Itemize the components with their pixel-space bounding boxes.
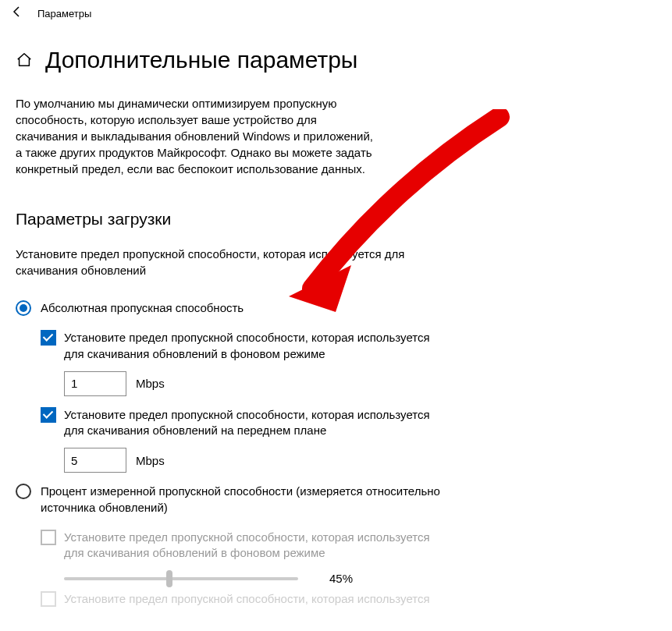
section-title: Параметры загрузки: [16, 210, 656, 229]
bg-limit-input[interactable]: [64, 371, 126, 396]
absolute-sub-block: Установите предел пропускной способности…: [41, 330, 656, 473]
radio-percent-label: Процент измеренной пропускной способност…: [41, 484, 462, 516]
radio-absolute-label: Абсолютная пропускная способность: [41, 300, 244, 316]
radio-absolute[interactable]: [16, 300, 31, 316]
checkbox-bg-label: Установите предел пропускной способности…: [64, 330, 439, 362]
check-row-pct-fg: Установите предел пропускной способности…: [41, 591, 656, 607]
titlebar: Параметры: [0, 0, 672, 27]
check-row-fg: Установите предел пропускной способности…: [41, 407, 656, 439]
checkbox-bg-limit[interactable]: [41, 330, 56, 346]
home-icon[interactable]: [16, 51, 33, 69]
check-row-pct-bg: Установите предел пропускной способности…: [41, 530, 656, 562]
radio-row-percent: Процент измеренной пропускной способност…: [16, 484, 656, 516]
input-row-fg: Mbps: [64, 448, 656, 473]
fg-limit-input[interactable]: [64, 448, 126, 473]
percent-sub-block: Установите предел пропускной способности…: [41, 530, 656, 608]
intro-text: По умолчанию мы динамически оптимизируем…: [16, 95, 375, 177]
content: Дополнительные параметры По умолчанию мы…: [0, 27, 672, 608]
checkbox-pct-fg-label: Установите предел пропускной способности…: [64, 591, 430, 607]
bg-unit-label: Mbps: [136, 377, 165, 390]
slider-bg-thumb: [166, 570, 172, 587]
slider-bg: [64, 577, 298, 580]
check-row-bg: Установите предел пропускной способности…: [41, 330, 656, 362]
checkbox-pct-bg: [41, 530, 56, 545]
input-row-bg: Mbps: [64, 371, 656, 396]
back-button[interactable]: [6, 5, 28, 21]
titlebar-label: Параметры: [37, 8, 91, 19]
radio-row-absolute: Абсолютная пропускная способность: [16, 300, 656, 316]
page-title: Дополнительные параметры: [45, 47, 357, 73]
checkbox-pct-bg-label: Установите предел пропускной способности…: [64, 530, 439, 562]
slider-bg-value: 45%: [329, 572, 353, 585]
section-desc: Установите предел пропускной способности…: [16, 246, 453, 278]
radio-percent[interactable]: [16, 484, 31, 499]
heading-row: Дополнительные параметры: [16, 47, 656, 73]
checkbox-fg-limit[interactable]: [41, 407, 56, 423]
fg-unit-label: Mbps: [136, 454, 165, 467]
slider-row-bg: 45%: [64, 572, 656, 585]
checkbox-pct-fg: [41, 591, 56, 607]
checkbox-fg-label: Установите предел пропускной способности…: [64, 407, 439, 439]
